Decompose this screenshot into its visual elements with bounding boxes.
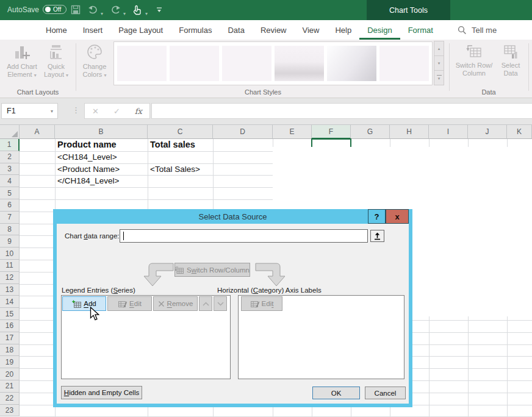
row-header-15[interactable]: 15 bbox=[0, 308, 20, 320]
tab-insert[interactable]: Insert bbox=[75, 20, 111, 40]
gallery-scroll-up-button[interactable]: ▴ bbox=[434, 41, 444, 56]
row-header-10[interactable]: 10 bbox=[0, 248, 20, 260]
column-header-g[interactable]: G bbox=[351, 125, 390, 139]
sheet-cell-b2[interactable]: <CH184_Level> bbox=[57, 151, 117, 163]
chart-style-thumbnail[interactable] bbox=[117, 46, 167, 81]
tab-data[interactable]: Data bbox=[220, 20, 252, 40]
name-box[interactable]: F1 ▾ bbox=[1, 103, 58, 119]
dialog-close-button[interactable]: x bbox=[386, 209, 409, 224]
gallery-scroll-down-button[interactable]: ▾ bbox=[434, 55, 444, 71]
select-all-corner[interactable] bbox=[0, 125, 20, 139]
customize-quick-access-button[interactable] bbox=[153, 4, 166, 16]
row-header-11[interactable]: 11 bbox=[0, 260, 20, 272]
autosave-control[interactable]: AutoSave Off bbox=[7, 5, 66, 14]
axis-labels-listbox[interactable]: Edit bbox=[238, 295, 404, 379]
sheet-cell-b1[interactable]: Product name bbox=[57, 139, 117, 151]
arrow-left-down-icon bbox=[141, 259, 174, 287]
row-header-7[interactable]: 7 bbox=[0, 212, 20, 224]
row-header-17[interactable]: 17 bbox=[0, 332, 20, 344]
legend-entries-listbox[interactable]: Add Edit bbox=[61, 295, 231, 379]
cancel-button[interactable]: Cancel bbox=[365, 387, 406, 399]
collapse-dialog-button[interactable] bbox=[370, 230, 384, 242]
formula-input[interactable] bbox=[151, 103, 532, 119]
row-header-23[interactable]: 23 bbox=[0, 405, 20, 417]
select-data-ribbon-button[interactable]: Select Data bbox=[495, 41, 526, 94]
row-header-9[interactable]: 9 bbox=[0, 235, 20, 248]
row-header-6[interactable]: 6 bbox=[0, 199, 20, 212]
chart-style-thumbnail[interactable] bbox=[275, 46, 324, 81]
hidden-and-empty-cells-button[interactable]: Hidden and Empty Cells bbox=[61, 386, 142, 399]
column-header-i[interactable]: I bbox=[429, 125, 468, 139]
tab-design[interactable]: Design bbox=[359, 20, 400, 40]
tab-view[interactable]: View bbox=[295, 20, 328, 40]
column-header-c[interactable]: C bbox=[148, 125, 213, 139]
chart-data-range-input[interactable] bbox=[120, 229, 368, 243]
chart-style-thumbnail[interactable] bbox=[327, 46, 376, 81]
sheet-cell-b4[interactable]: </CH184_Level> bbox=[57, 175, 119, 187]
cancel-entry-icon[interactable]: ✕ bbox=[92, 107, 99, 116]
row-header-5[interactable]: 5 bbox=[0, 187, 20, 199]
ok-button[interactable]: OK bbox=[312, 387, 360, 399]
row-header-21[interactable]: 21 bbox=[0, 380, 20, 393]
chart-style-thumbnail[interactable] bbox=[170, 46, 219, 81]
autosave-toggle[interactable]: Off bbox=[43, 5, 66, 14]
sheet-cell-b3[interactable]: <Product Name> bbox=[57, 163, 120, 176]
column-header-f[interactable]: F bbox=[312, 125, 351, 139]
column-header-h[interactable]: H bbox=[390, 125, 429, 139]
row-header-22[interactable]: 22 bbox=[0, 393, 20, 405]
dialog-help-button[interactable]: ? bbox=[368, 209, 386, 224]
save-button[interactable] bbox=[69, 4, 82, 16]
column-header-a[interactable]: A bbox=[20, 125, 55, 139]
chevron-up-icon bbox=[203, 302, 209, 306]
tab-page-layout[interactable]: Page Layout bbox=[110, 20, 171, 40]
tab-format[interactable]: Format bbox=[400, 20, 441, 40]
undo-button[interactable]: ▾ bbox=[86, 4, 99, 16]
column-header-d[interactable]: D bbox=[213, 125, 273, 139]
remove-series-button[interactable]: Remove bbox=[153, 296, 198, 311]
quick-layout-button[interactable]: Quick Layout ▾ bbox=[39, 41, 73, 94]
chart-style-thumbnail[interactable] bbox=[379, 46, 429, 81]
change-colors-button[interactable]: Change Colors ▾ bbox=[78, 41, 111, 94]
redo-dropdown-caret[interactable]: ▾ bbox=[123, 11, 126, 16]
row-header-19[interactable]: 19 bbox=[0, 356, 20, 368]
edit-axis-labels-button[interactable]: Edit bbox=[241, 296, 282, 311]
insert-function-icon[interactable]: fx bbox=[135, 107, 142, 116]
tab-help[interactable]: Help bbox=[327, 20, 359, 40]
row-header-3[interactable]: 3 bbox=[0, 163, 20, 176]
tab-home[interactable]: Home bbox=[38, 20, 75, 40]
row-header-12[interactable]: 12 bbox=[0, 272, 20, 284]
row-header-18[interactable]: 18 bbox=[0, 344, 20, 357]
column-header-e[interactable]: E bbox=[273, 125, 312, 139]
name-box-dropdown-caret[interactable]: ▾ bbox=[51, 109, 53, 114]
sheet-cell-c1[interactable]: Total sales bbox=[150, 139, 195, 151]
tell-me-box[interactable]: Tell me bbox=[458, 20, 497, 40]
row-header-8[interactable]: 8 bbox=[0, 224, 20, 236]
touch-mode-dropdown-caret[interactable]: ▾ bbox=[145, 11, 148, 16]
switch-row-column-ribbon-button[interactable]: Switch Row/ Column bbox=[454, 41, 494, 94]
row-header-1[interactable]: 1 bbox=[0, 139, 20, 151]
column-header-b[interactable]: B bbox=[55, 125, 148, 139]
tab-formulas[interactable]: Formulas bbox=[171, 20, 220, 40]
row-header-2[interactable]: 2 bbox=[0, 151, 20, 163]
move-series-up-button[interactable] bbox=[199, 296, 212, 311]
touch-mouse-mode-button[interactable]: ▾ bbox=[131, 4, 144, 16]
change-colors-label: Change Colors bbox=[83, 63, 107, 78]
chart-style-thumbnail[interactable] bbox=[222, 46, 271, 81]
undo-dropdown-caret[interactable]: ▾ bbox=[101, 11, 103, 16]
edit-series-button[interactable]: Edit bbox=[107, 296, 152, 311]
add-chart-element-button[interactable]: Add Chart Element ▾ bbox=[5, 41, 39, 94]
gallery-more-button[interactable]: ▾ bbox=[434, 70, 444, 85]
switch-row-column-dialog-button[interactable]: Switch Row/Column bbox=[174, 263, 250, 277]
redo-button[interactable]: ▾ bbox=[109, 4, 122, 16]
move-series-down-button[interactable] bbox=[214, 296, 227, 311]
confirm-entry-icon[interactable]: ✓ bbox=[113, 107, 120, 116]
row-header-16[interactable]: 16 bbox=[0, 320, 20, 332]
row-header-4[interactable]: 4 bbox=[0, 175, 20, 187]
sheet-cell-c3[interactable]: <Total Sales> bbox=[150, 163, 200, 176]
row-header-14[interactable]: 14 bbox=[0, 296, 20, 308]
column-header-k[interactable]: K bbox=[507, 125, 532, 139]
tab-review[interactable]: Review bbox=[253, 20, 295, 40]
row-header-20[interactable]: 20 bbox=[0, 368, 20, 380]
column-header-j[interactable]: J bbox=[468, 125, 507, 139]
row-header-13[interactable]: 13 bbox=[0, 284, 20, 296]
